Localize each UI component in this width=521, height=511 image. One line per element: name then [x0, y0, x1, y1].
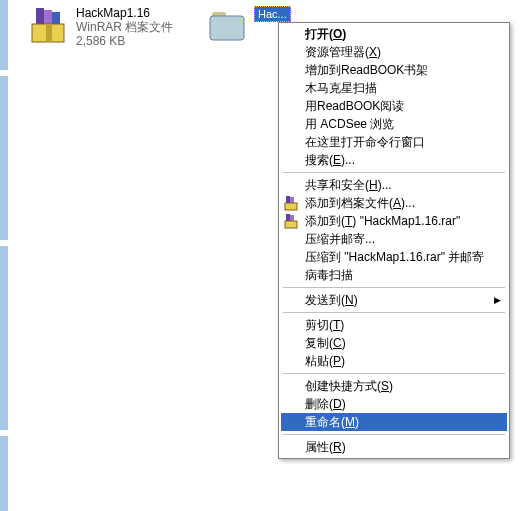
winrar-icon	[284, 213, 300, 229]
rar-archive-icon	[30, 6, 70, 46]
menu-delete[interactable]: 删除(D)	[281, 395, 507, 413]
rename-edit-box[interactable]: Hac...	[254, 6, 291, 22]
menu-add-readbook[interactable]: 增加到ReadBOOK书架	[281, 61, 507, 79]
context-menu: 打开(O) 资源管理器(X) 增加到ReadBOOK书架 木马克星扫描 用Rea…	[278, 22, 510, 459]
menu-virus-scan[interactable]: 病毒扫描	[281, 266, 507, 284]
left-panel-strip	[0, 0, 8, 511]
submenu-arrow-icon: ▶	[494, 295, 501, 305]
separator	[283, 312, 505, 313]
menu-trojan-scan[interactable]: 木马克星扫描	[281, 79, 507, 97]
menu-create-shortcut[interactable]: 创建快捷方式(S)	[281, 377, 507, 395]
menu-add-archive[interactable]: 添加到档案文件(A)...	[281, 194, 507, 212]
menu-open[interactable]: 打开(O)	[281, 25, 507, 43]
menu-copy[interactable]: 复制(C)	[281, 334, 507, 352]
file-text: HackMap1.16 WinRAR 档案文件 2,586 KB	[76, 6, 173, 48]
svg-rect-9	[285, 203, 297, 210]
file-pane[interactable]: HackMap1.16 WinRAR 档案文件 2,586 KB Hac... …	[8, 0, 521, 511]
svg-rect-6	[210, 16, 244, 40]
menu-use-readbook[interactable]: 用ReadBOOK阅读	[281, 97, 507, 115]
svg-rect-12	[285, 221, 297, 228]
separator	[283, 373, 505, 374]
menu-zip-to-mail[interactable]: 压缩到 "HackMap1.16.rar" 并邮寄	[281, 248, 507, 266]
menu-properties[interactable]: 属性(R)	[281, 438, 507, 456]
menu-paste[interactable]: 粘贴(P)	[281, 352, 507, 370]
folder-icon	[208, 6, 248, 46]
menu-search[interactable]: 搜索(E)...	[281, 151, 507, 169]
menu-rename[interactable]: 重命名(M)	[281, 413, 507, 431]
menu-add-to-rar[interactable]: 添加到(T) "HackMap1.16.rar"	[281, 212, 507, 230]
separator	[283, 172, 505, 173]
menu-cut[interactable]: 剪切(T)	[281, 316, 507, 334]
file-name: HackMap1.16	[76, 6, 173, 20]
menu-explorer[interactable]: 资源管理器(X)	[281, 43, 507, 61]
menu-share-security[interactable]: 共享和安全(H)...	[281, 176, 507, 194]
file-type: WinRAR 档案文件	[76, 20, 173, 34]
separator	[283, 434, 505, 435]
menu-acdsee[interactable]: 用 ACDSee 浏览	[281, 115, 507, 133]
svg-rect-4	[46, 24, 52, 42]
file-size: 2,586 KB	[76, 34, 173, 48]
winrar-icon	[284, 195, 300, 211]
menu-send-to[interactable]: 发送到(N) ▶	[281, 291, 507, 309]
menu-zip-mail[interactable]: 压缩并邮寄...	[281, 230, 507, 248]
separator	[283, 287, 505, 288]
file-item-rar[interactable]: HackMap1.16 WinRAR 档案文件 2,586 KB	[30, 6, 173, 48]
menu-cmd-here[interactable]: 在这里打开命令行窗口	[281, 133, 507, 151]
